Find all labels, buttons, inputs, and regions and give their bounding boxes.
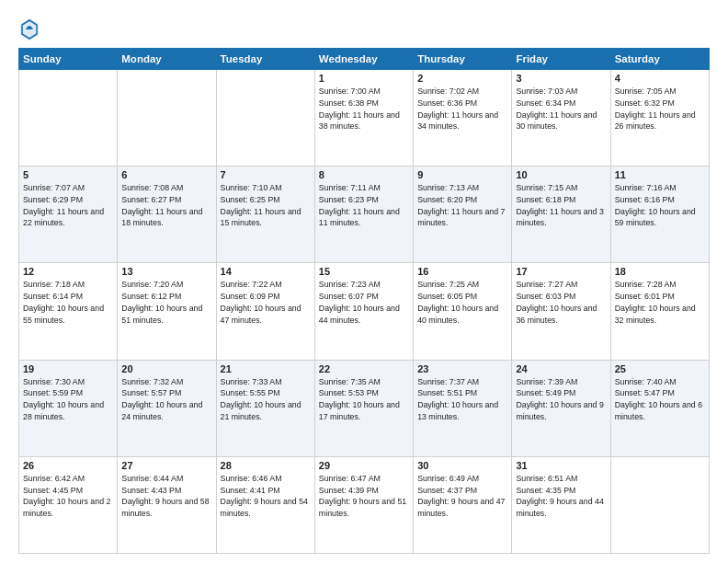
day-number: 3 xyxy=(516,73,606,84)
logo xyxy=(18,17,44,42)
day-cell: 20Sunrise: 7:32 AM Sunset: 5:57 PM Dayli… xyxy=(118,360,216,456)
week-row-5: 26Sunrise: 6:42 AM Sunset: 4:45 PM Dayli… xyxy=(19,456,710,553)
day-number: 24 xyxy=(516,363,606,374)
day-cell: 22Sunrise: 7:35 AM Sunset: 5:53 PM Dayli… xyxy=(314,360,413,456)
day-info: Sunrise: 7:40 AM Sunset: 5:47 PM Dayligh… xyxy=(615,376,705,423)
day-info: Sunrise: 7:15 AM Sunset: 6:18 PM Dayligh… xyxy=(516,182,606,229)
day-number: 25 xyxy=(615,363,705,374)
day-cell: 10Sunrise: 7:15 AM Sunset: 6:18 PM Dayli… xyxy=(512,167,610,263)
day-number: 6 xyxy=(121,169,211,180)
day-number: 23 xyxy=(417,363,507,374)
day-cell: 14Sunrise: 7:22 AM Sunset: 6:09 PM Dayli… xyxy=(216,263,314,360)
day-cell xyxy=(610,456,709,553)
day-number: 11 xyxy=(615,169,705,180)
day-number: 5 xyxy=(23,169,113,180)
day-number: 2 xyxy=(417,73,507,84)
week-row-4: 19Sunrise: 7:30 AM Sunset: 5:59 PM Dayli… xyxy=(19,360,710,456)
day-info: Sunrise: 7:05 AM Sunset: 6:32 PM Dayligh… xyxy=(615,86,705,132)
weekday-header-sunday: Sunday xyxy=(19,49,118,70)
day-info: Sunrise: 6:46 AM Sunset: 4:41 PM Dayligh… xyxy=(221,473,311,520)
day-number: 10 xyxy=(516,169,606,180)
day-info: Sunrise: 7:08 AM Sunset: 6:27 PM Dayligh… xyxy=(121,182,211,229)
day-cell: 5Sunrise: 7:07 AM Sunset: 6:29 PM Daylig… xyxy=(19,167,118,263)
week-row-3: 12Sunrise: 7:18 AM Sunset: 6:14 PM Dayli… xyxy=(19,263,710,360)
weekday-header-monday: Monday xyxy=(118,49,216,70)
day-info: Sunrise: 7:18 AM Sunset: 6:14 PM Dayligh… xyxy=(23,279,113,326)
day-info: Sunrise: 7:20 AM Sunset: 6:12 PM Dayligh… xyxy=(121,279,211,326)
day-info: Sunrise: 7:30 AM Sunset: 5:59 PM Dayligh… xyxy=(23,376,113,423)
weekday-header-tuesday: Tuesday xyxy=(216,49,314,70)
day-cell: 17Sunrise: 7:27 AM Sunset: 6:03 PM Dayli… xyxy=(512,263,610,360)
day-cell: 3Sunrise: 7:03 AM Sunset: 6:34 PM Daylig… xyxy=(512,70,610,167)
day-number: 27 xyxy=(121,460,211,471)
day-number: 22 xyxy=(319,363,409,374)
day-cell xyxy=(216,70,314,167)
logo-icon xyxy=(18,17,40,42)
day-info: Sunrise: 7:39 AM Sunset: 5:49 PM Dayligh… xyxy=(516,376,606,423)
day-cell: 28Sunrise: 6:46 AM Sunset: 4:41 PM Dayli… xyxy=(216,456,314,553)
day-info: Sunrise: 7:13 AM Sunset: 6:20 PM Dayligh… xyxy=(417,182,507,229)
day-cell: 8Sunrise: 7:11 AM Sunset: 6:23 PM Daylig… xyxy=(314,167,413,263)
day-number: 20 xyxy=(121,363,211,374)
calendar-body: 1Sunrise: 7:00 AM Sunset: 6:38 PM Daylig… xyxy=(19,70,710,554)
day-number: 26 xyxy=(23,460,113,471)
weekday-row: SundayMondayTuesdayWednesdayThursdayFrid… xyxy=(19,49,710,70)
day-info: Sunrise: 7:28 AM Sunset: 6:01 PM Dayligh… xyxy=(615,279,705,326)
day-number: 14 xyxy=(221,266,311,277)
day-number: 8 xyxy=(319,169,409,180)
weekday-header-wednesday: Wednesday xyxy=(314,49,413,70)
day-cell: 29Sunrise: 6:47 AM Sunset: 4:39 PM Dayli… xyxy=(314,456,413,553)
calendar: SundayMondayTuesdayWednesdayThursdayFrid… xyxy=(18,48,710,554)
day-cell: 15Sunrise: 7:23 AM Sunset: 6:07 PM Dayli… xyxy=(314,263,413,360)
day-info: Sunrise: 7:27 AM Sunset: 6:03 PM Dayligh… xyxy=(516,279,606,326)
day-info: Sunrise: 7:23 AM Sunset: 6:07 PM Dayligh… xyxy=(319,279,409,326)
day-number: 21 xyxy=(221,363,311,374)
day-number: 31 xyxy=(516,460,606,471)
day-number: 16 xyxy=(417,266,507,277)
day-cell: 23Sunrise: 7:37 AM Sunset: 5:51 PM Dayli… xyxy=(414,360,512,456)
day-info: Sunrise: 7:16 AM Sunset: 6:16 PM Dayligh… xyxy=(615,182,705,229)
day-info: Sunrise: 7:11 AM Sunset: 6:23 PM Dayligh… xyxy=(319,182,409,229)
day-cell: 18Sunrise: 7:28 AM Sunset: 6:01 PM Dayli… xyxy=(610,263,709,360)
day-number: 15 xyxy=(319,266,409,277)
day-cell: 27Sunrise: 6:44 AM Sunset: 4:43 PM Dayli… xyxy=(118,456,216,553)
weekday-header-saturday: Saturday xyxy=(610,49,709,70)
day-cell: 4Sunrise: 7:05 AM Sunset: 6:32 PM Daylig… xyxy=(610,70,709,167)
day-cell: 19Sunrise: 7:30 AM Sunset: 5:59 PM Dayli… xyxy=(19,360,118,456)
day-info: Sunrise: 6:47 AM Sunset: 4:39 PM Dayligh… xyxy=(319,473,409,520)
day-number: 19 xyxy=(23,363,113,374)
header xyxy=(18,17,710,42)
day-number: 4 xyxy=(615,73,705,84)
day-cell: 9Sunrise: 7:13 AM Sunset: 6:20 PM Daylig… xyxy=(414,167,512,263)
day-cell: 13Sunrise: 7:20 AM Sunset: 6:12 PM Dayli… xyxy=(118,263,216,360)
day-info: Sunrise: 7:25 AM Sunset: 6:05 PM Dayligh… xyxy=(417,279,507,326)
day-cell: 24Sunrise: 7:39 AM Sunset: 5:49 PM Dayli… xyxy=(512,360,610,456)
day-info: Sunrise: 7:37 AM Sunset: 5:51 PM Dayligh… xyxy=(417,376,507,423)
day-number: 13 xyxy=(121,266,211,277)
day-cell: 7Sunrise: 7:10 AM Sunset: 6:25 PM Daylig… xyxy=(216,167,314,263)
day-info: Sunrise: 7:10 AM Sunset: 6:25 PM Dayligh… xyxy=(221,182,311,229)
day-info: Sunrise: 7:33 AM Sunset: 5:55 PM Dayligh… xyxy=(221,376,311,423)
day-number: 29 xyxy=(319,460,409,471)
day-cell: 11Sunrise: 7:16 AM Sunset: 6:16 PM Dayli… xyxy=(610,167,709,263)
day-cell: 12Sunrise: 7:18 AM Sunset: 6:14 PM Dayli… xyxy=(19,263,118,360)
day-cell: 16Sunrise: 7:25 AM Sunset: 6:05 PM Dayli… xyxy=(414,263,512,360)
day-info: Sunrise: 7:07 AM Sunset: 6:29 PM Dayligh… xyxy=(23,182,113,229)
day-cell: 1Sunrise: 7:00 AM Sunset: 6:38 PM Daylig… xyxy=(314,70,413,167)
day-info: Sunrise: 7:32 AM Sunset: 5:57 PM Dayligh… xyxy=(121,376,211,423)
weekday-header-friday: Friday xyxy=(512,49,610,70)
day-cell: 21Sunrise: 7:33 AM Sunset: 5:55 PM Dayli… xyxy=(216,360,314,456)
day-cell xyxy=(19,70,118,167)
day-number: 18 xyxy=(615,266,705,277)
day-cell: 6Sunrise: 7:08 AM Sunset: 6:27 PM Daylig… xyxy=(118,167,216,263)
day-number: 1 xyxy=(319,73,409,84)
day-number: 28 xyxy=(221,460,311,471)
day-info: Sunrise: 7:22 AM Sunset: 6:09 PM Dayligh… xyxy=(221,279,311,326)
day-cell: 30Sunrise: 6:49 AM Sunset: 4:37 PM Dayli… xyxy=(414,456,512,553)
day-info: Sunrise: 6:42 AM Sunset: 4:45 PM Dayligh… xyxy=(23,473,113,520)
day-number: 9 xyxy=(417,169,507,180)
weekday-header-thursday: Thursday xyxy=(414,49,512,70)
day-cell: 26Sunrise: 6:42 AM Sunset: 4:45 PM Dayli… xyxy=(19,456,118,553)
day-cell: 31Sunrise: 6:51 AM Sunset: 4:35 PM Dayli… xyxy=(512,456,610,553)
day-number: 12 xyxy=(23,266,113,277)
